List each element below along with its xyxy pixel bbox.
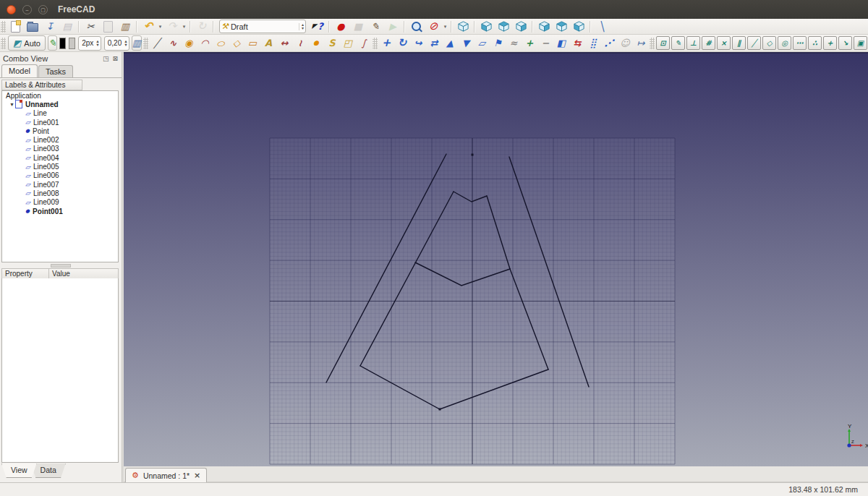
tab-tasks[interactable]: Tasks	[38, 65, 73, 77]
draft-rotate-button[interactable]: ↻	[394, 36, 410, 50]
wire-to-bspline-button[interactable]: ≈	[506, 36, 522, 50]
tree-item-line007[interactable]: ▱Line007	[2, 180, 118, 189]
front-view-button[interactable]	[477, 20, 495, 33]
snap-near-button[interactable]: ⋯	[793, 36, 807, 50]
tree-item-application[interactable]: Application	[2, 91, 118, 100]
face-color-swatch[interactable]	[69, 38, 75, 49]
tree-item-line002[interactable]: ▱Line002	[2, 135, 118, 144]
value-column-header[interactable]: Value	[49, 268, 119, 279]
tree-item-line[interactable]: ▱Line	[2, 109, 118, 118]
global-scale-spinbox[interactable]: 0,20▲▼	[104, 36, 129, 51]
snap-intersection-button[interactable]: ×	[717, 36, 731, 50]
toolbar-handle[interactable]	[1, 38, 6, 49]
tree-item-line005[interactable]: ▱Line005	[2, 162, 118, 171]
path-array-button[interactable]: ⋰	[601, 36, 617, 50]
top-view-button[interactable]	[495, 20, 512, 33]
draft-array-button[interactable]: ⣿	[585, 36, 601, 50]
macro-stop-button[interactable]: ■	[349, 20, 367, 33]
draft-trim-button[interactable]: ⇄	[426, 36, 442, 50]
maximize-button[interactable]: ▢	[38, 5, 48, 14]
3d-viewport[interactable]: YXZ	[124, 52, 868, 466]
draft-point[interactable]	[439, 409, 441, 411]
tab-model[interactable]: Model	[1, 64, 38, 77]
snap-perpendicular-button[interactable]: ⊥	[686, 36, 700, 50]
tree-item-unnamed[interactable]: ▾Unnamed	[2, 100, 118, 108]
snap-endpoint-button[interactable]: ✎	[671, 36, 685, 50]
save-button[interactable]: ↧	[41, 20, 59, 33]
close-tab-icon[interactable]: ×	[194, 471, 200, 480]
draft-polygon-button[interactable]: ◇	[229, 36, 244, 50]
rear-view-button[interactable]	[535, 20, 553, 33]
tree-item-point001[interactable]: ●Point001	[2, 207, 118, 215]
macro-record-button[interactable]: ●	[332, 20, 349, 33]
undo-menu-caret-icon[interactable]: ▾	[157, 20, 163, 33]
line-width-spinbox[interactable]: 2px▲▼	[78, 36, 101, 51]
draft-upgrade-button[interactable]: ▲	[442, 36, 458, 50]
snap-center-button[interactable]: ◇	[762, 36, 776, 50]
bottom-view-button[interactable]	[553, 20, 570, 33]
close-button[interactable]	[7, 5, 16, 14]
draft-offset-button[interactable]: ↪	[410, 36, 426, 50]
draft-to-sketch-button[interactable]: ⇆	[569, 36, 585, 50]
toolbar-handle[interactable]	[1, 21, 6, 33]
labels-attributes-header[interactable]: Labels & Attributes	[1, 80, 82, 90]
delete-point-button[interactable]: −	[537, 36, 553, 50]
snap-lock-button[interactable]: ⊡	[656, 36, 670, 50]
macro-edit-button[interactable]: ✎	[367, 20, 384, 33]
draft-point[interactable]	[472, 154, 474, 156]
paste-button[interactable]: ▥	[116, 20, 134, 33]
draft-ellipse-button[interactable]: ○	[213, 36, 229, 50]
tree-item-line001[interactable]: ▱Line001	[2, 118, 118, 127]
clip-plane-button[interactable]: ⊘	[425, 20, 442, 33]
cut-button[interactable]: ✂	[82, 20, 99, 33]
line-color-swatch[interactable]	[59, 38, 66, 49]
draft-circle-button[interactable]: ◉	[181, 36, 197, 50]
tree-item-line009[interactable]: ▱Line009	[2, 198, 118, 207]
snap-special-button[interactable]: ∴	[808, 36, 822, 50]
snap-parallel-button[interactable]: ∥	[732, 36, 746, 50]
draft-rectangle-button[interactable]: ▭	[244, 36, 260, 50]
snap-extension-button[interactable]: ╱	[747, 36, 761, 50]
draft-edit-button[interactable]: ⚑	[490, 36, 506, 50]
expander-icon[interactable]: ▾	[9, 101, 15, 108]
property-column-header[interactable]: Property	[1, 268, 49, 279]
snap-grid-button[interactable]: #	[702, 36, 715, 50]
snap-dimensions-button[interactable]: ▣	[854, 36, 867, 50]
tree-item-line004[interactable]: ▱Line004	[2, 153, 118, 162]
tree-item-line008[interactable]: ▱Line008	[2, 189, 118, 197]
tab-view[interactable]: View	[1, 463, 37, 478]
snap-angle-button[interactable]: ◎	[778, 36, 791, 50]
draft-wire-button[interactable]: ∿	[165, 36, 181, 50]
axonometric-view-button[interactable]	[454, 20, 472, 33]
measure-distance-button[interactable]: ╲	[593, 20, 610, 33]
shape-2d-view-button[interactable]: ◧	[553, 36, 569, 50]
toolbar-handle[interactable]	[373, 38, 378, 49]
clip-menu-caret-icon[interactable]: ▾	[442, 20, 448, 33]
toolbar-handle[interactable]	[143, 38, 148, 49]
workbench-selector[interactable]: ⚒Draft▴▾	[219, 20, 306, 33]
redo-menu-caret-icon[interactable]: ▾	[181, 20, 187, 33]
panel-splitter[interactable]	[0, 262, 122, 268]
refresh-button[interactable]: ↻	[193, 20, 210, 33]
tree-item-line006[interactable]: ▱Line006	[2, 171, 118, 180]
float-panel-icon[interactable]: ◳	[103, 55, 109, 62]
left-view-button[interactable]	[570, 20, 587, 33]
toolbar-handle[interactable]	[650, 38, 655, 49]
tab-data[interactable]: Data	[31, 463, 66, 478]
draft-text-button[interactable]: A	[260, 36, 276, 50]
draft-heal-button[interactable]: ↦	[633, 36, 649, 50]
draft-arc-button[interactable]: ◠	[197, 36, 213, 50]
draft-facebinder-button[interactable]: ◰	[340, 36, 356, 50]
snap-working-plane-button[interactable]: ↘	[838, 36, 852, 50]
new-file-button[interactable]	[7, 20, 24, 33]
redo-button[interactable]: ↷	[163, 20, 181, 33]
draft-move-button[interactable]: +	[378, 36, 394, 50]
right-view-button[interactable]	[512, 20, 529, 33]
apply-style-button[interactable]: ▥	[132, 35, 142, 51]
draft-line-button[interactable]: ╱	[149, 36, 165, 50]
copy-button[interactable]	[99, 20, 116, 33]
auto-working-plane-button[interactable]: ◩Auto	[8, 35, 46, 51]
tree-item-point[interactable]: ●Point	[2, 127, 118, 135]
open-file-button[interactable]	[24, 20, 41, 33]
draft-downgrade-button[interactable]: ▼	[458, 36, 474, 50]
